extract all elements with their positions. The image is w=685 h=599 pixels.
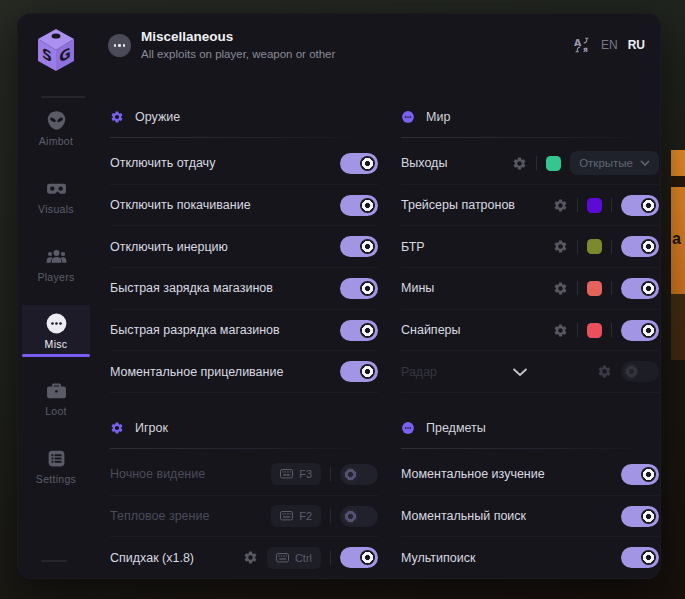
setting-row: Мультипоиск [401, 537, 659, 579]
toggle[interactable] [340, 153, 378, 174]
sidebar-item-aimbot[interactable]: Aimbot [17, 110, 95, 147]
toggle[interactable] [621, 236, 659, 257]
gear-icon [110, 421, 124, 435]
separator [611, 281, 612, 295]
keyboard-icon [276, 553, 289, 563]
color-swatch[interactable] [587, 281, 602, 296]
sidebar-item-label: Aimbot [17, 135, 95, 147]
setting-row: Отключить покачивание [110, 185, 378, 227]
section-divider [401, 448, 659, 449]
setting-row: Отключить инерцию [110, 226, 378, 268]
separator [330, 509, 331, 523]
separator [330, 467, 331, 481]
sidebar-item-label: Settings [17, 473, 95, 485]
toggle-knob [343, 467, 358, 482]
ellipsis-icon [108, 34, 131, 57]
gear-icon[interactable] [553, 239, 568, 254]
toggle[interactable] [621, 320, 659, 341]
toggle[interactable] [340, 464, 378, 485]
toggle-knob [641, 239, 656, 254]
setting-row: Быстрая зарядка магазинов [110, 268, 378, 310]
setting-row: Выходы Открытые [401, 143, 659, 185]
section-divider [110, 448, 378, 449]
toggle[interactable] [621, 195, 659, 216]
toggle[interactable] [340, 236, 378, 257]
sidebar: S G Aimbot Visuals [17, 13, 95, 579]
setting-row: БТР [401, 226, 659, 268]
toggle-knob [343, 509, 358, 524]
sidebar-item-loot[interactable]: Loot [17, 380, 95, 417]
setting-label: Выходы [401, 156, 447, 170]
setting-row: Спидхак (x1.8) Ctrl [110, 537, 378, 579]
gear-icon[interactable] [553, 198, 568, 213]
toggle[interactable] [621, 361, 659, 382]
setting-row: Быстрая разрядка магазинов [110, 310, 378, 352]
gear-icon[interactable] [553, 323, 568, 338]
separator [536, 156, 537, 170]
setting-row: Моментальное прицеливание [110, 351, 378, 393]
chevron-down-icon[interactable] [512, 367, 528, 376]
sidebar-item-settings[interactable]: Settings [17, 448, 95, 485]
page-title: Miscellaneous [141, 29, 233, 44]
toggle[interactable] [340, 547, 378, 568]
toggle-knob [360, 550, 375, 565]
sidebar-divider [41, 96, 85, 98]
sidebar-item-label: Players [17, 271, 95, 283]
setting-label: Быстрая разрядка магазинов [110, 323, 280, 337]
section-header: Оружие [110, 106, 378, 128]
gear-icon[interactable] [512, 156, 527, 171]
setting-label: Тепловое зрение [110, 509, 209, 523]
background-artifact: a [671, 150, 685, 294]
setting-label: Отключить инерцию [110, 240, 228, 254]
toggle-knob [641, 467, 656, 482]
toggle-knob [360, 198, 375, 213]
hotkey-badge[interactable]: F3 [271, 463, 321, 485]
color-swatch[interactable] [546, 156, 561, 171]
color-swatch[interactable] [587, 198, 602, 213]
sidebar-item-players[interactable]: Players [17, 246, 95, 283]
sidebar-item-misc[interactable]: Misc [22, 305, 90, 357]
separator [611, 323, 612, 337]
toggle[interactable] [621, 278, 659, 299]
toggle[interactable] [621, 506, 659, 527]
gear-icon[interactable] [243, 550, 258, 565]
list-icon [46, 448, 67, 469]
separator [577, 240, 578, 254]
exits-dropdown[interactable]: Открытые [570, 151, 659, 175]
gear-icon[interactable] [597, 364, 612, 379]
hotkey-badge[interactable]: Ctrl [267, 547, 321, 569]
sidebar-item-label: Visuals [17, 203, 95, 215]
toggle-knob [360, 239, 375, 254]
toggle[interactable] [340, 506, 378, 527]
setting-row: Моментальный поиск [401, 496, 659, 538]
toggle[interactable] [340, 195, 378, 216]
section-weapon: Оружие Отключить отдачу Отключить покачи… [110, 106, 378, 393]
setting-label: Мультипоиск [401, 551, 476, 565]
keyboard-icon [280, 469, 293, 479]
toggle[interactable] [340, 320, 378, 341]
sidebar-item-label: Misc [22, 338, 90, 350]
toggle[interactable] [340, 361, 378, 382]
lang-ru-button[interactable]: RU [628, 38, 645, 52]
color-swatch[interactable] [587, 239, 602, 254]
separator [577, 281, 578, 295]
sidebar-item-visuals[interactable]: Visuals [17, 178, 95, 215]
setting-label: Моментальное прицеливание [110, 365, 283, 379]
hotkey-badge[interactable]: F2 [271, 505, 321, 527]
lang-en-button[interactable]: EN [601, 38, 618, 52]
toggle[interactable] [340, 278, 378, 299]
alien-icon [46, 110, 67, 131]
setting-label: Трейсеры патронов [401, 198, 515, 212]
section-world: Мир Выходы Открытые Трейсеры патронов [401, 106, 659, 393]
setting-label: Быстрая зарядка магазинов [110, 281, 273, 295]
svg-text:A: A [574, 37, 582, 48]
toggle[interactable] [621, 547, 659, 568]
setting-label: Моментальный поиск [401, 509, 526, 523]
toggle[interactable] [621, 464, 659, 485]
separator [611, 240, 612, 254]
gear-icon[interactable] [553, 281, 568, 296]
color-swatch[interactable] [587, 323, 602, 338]
toggle-knob [624, 364, 639, 379]
section-header: Предметы [401, 417, 659, 439]
translate-icon: A я [573, 36, 591, 54]
